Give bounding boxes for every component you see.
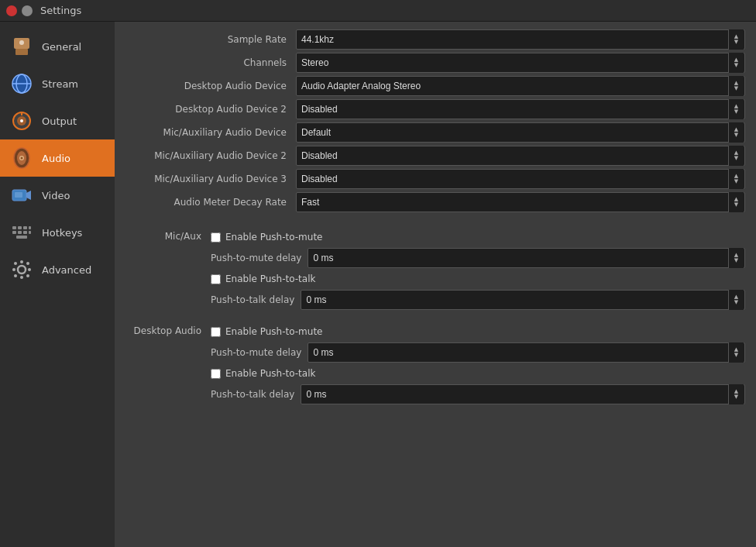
svg-point-9 — [20, 119, 23, 122]
sidebar-item-hotkeys[interactable]: Hotkeys — [0, 214, 115, 251]
mic-aux-device-control: Default — [296, 122, 745, 143]
hotkeys-icon — [9, 220, 34, 245]
mic-aux-push-to-talk-delay-label: Push-to-talk delay — [211, 294, 294, 305]
mic-aux-device2-control: Disabled — [296, 146, 745, 166]
desktop-audio-push-to-talk-checkbox[interactable] — [211, 369, 221, 379]
mic-aux-push-to-talk-row: Enable Push-to-talk — [211, 270, 745, 288]
mic-aux-device3-control: Disabled — [296, 169, 745, 189]
desktop-audio-push-to-mute-delay-spinner[interactable]: ▲ ▼ — [728, 342, 744, 363]
sidebar-label-hotkeys: Hotkeys — [42, 227, 82, 239]
channels-label: Channels — [125, 57, 296, 68]
svg-rect-24 — [29, 226, 31, 229]
sidebar-item-stream[interactable]: Stream — [0, 65, 115, 102]
sidebar-label-advanced: Advanced — [42, 264, 91, 276]
svg-point-30 — [12, 268, 15, 271]
titlebar-controls — [6, 5, 33, 16]
channels-dropdown-wrapper: Stereo — [296, 53, 745, 73]
desktop-audio-push-to-mute-delay-input[interactable] — [308, 342, 745, 363]
close-button[interactable] — [6, 5, 17, 16]
content-area: Sample Rate 44.1khz Channels Stereo — [115, 22, 756, 547]
mic-aux-device2-dropdown[interactable]: Disabled — [296, 146, 745, 166]
svg-point-33 — [26, 274, 29, 277]
mic-aux-device-dropdown[interactable]: Default — [296, 122, 745, 143]
mic-aux-push-to-talk-delay-input[interactable] — [301, 290, 745, 310]
mic-aux-push-to-mute-checkbox[interactable] — [211, 232, 221, 243]
desktop-audio-device-label: Desktop Audio Device — [125, 81, 296, 91]
svg-rect-21 — [12, 231, 16, 234]
desktop-audio-device-row: Desktop Audio Device Audio Adapter Analo… — [125, 76, 745, 96]
mic-aux-device-dropdown-wrapper: Default — [296, 122, 745, 143]
desktop-audio-push-to-mute-checkbox[interactable] — [211, 327, 221, 337]
desktop-audio-push-to-mute-delay-wrapper: ▲ ▼ — [308, 342, 745, 363]
desktop-audio-group-label: Desktop Audio — [125, 322, 211, 406]
svg-point-31 — [28, 268, 31, 271]
sidebar-label-stream: Stream — [42, 78, 78, 90]
desktop-audio-push-to-mute-text: Enable Push-to-mute — [225, 326, 323, 337]
mic-aux-device2-label: Mic/Auxiliary Audio Device 2 — [125, 150, 296, 161]
video-icon — [9, 183, 34, 208]
sidebar-item-video[interactable]: Video — [0, 177, 115, 214]
sample-rate-dropdown[interactable]: 44.1khz — [296, 29, 745, 50]
sidebar-item-audio[interactable]: Audio — [0, 139, 115, 177]
mic-aux-push-to-talk-delay-spinner[interactable]: ▲ ▼ — [728, 290, 744, 310]
minimize-button[interactable] — [22, 5, 33, 16]
svg-point-32 — [14, 262, 17, 265]
desktop-audio-push-to-talk-delay-wrapper: ▲ ▼ — [301, 384, 745, 404]
mic-aux-push-to-mute-row: Enable Push-to-mute — [211, 228, 745, 246]
desktop-audio-device2-dropdown-wrapper: Disabled — [296, 99, 745, 119]
svg-rect-20 — [23, 226, 27, 229]
svg-rect-23 — [23, 231, 27, 234]
titlebar: Settings — [0, 0, 756, 22]
mic-aux-push-to-talk-checkbox[interactable] — [211, 274, 221, 284]
desktop-audio-group-controls: Enable Push-to-mute Push-to-mute delay ▲… — [211, 322, 745, 406]
desktop-audio-device-control: Audio Adapter Analog Stereo — [296, 76, 745, 96]
desktop-audio-push-to-talk-text: Enable Push-to-talk — [225, 368, 315, 379]
sidebar-item-general[interactable]: General — [0, 28, 115, 65]
mic-aux-push-to-mute-delay-label: Push-to-mute delay — [211, 253, 301, 263]
mic-aux-push-to-talk-delay-row: Push-to-talk delay ▲ ▼ — [211, 290, 745, 310]
mic-aux-push-to-mute-delay-input[interactable] — [308, 248, 745, 268]
svg-rect-17 — [15, 192, 22, 198]
channels-control: Stereo — [296, 53, 745, 73]
desktop-audio-device2-row: Desktop Audio Device 2 Disabled — [125, 99, 745, 119]
mic-aux-push-to-talk-delay-wrapper: ▲ ▼ — [301, 290, 745, 310]
mic-aux-device3-label: Mic/Auxiliary Audio Device 3 — [125, 174, 296, 184]
desktop-audio-device-dropdown[interactable]: Audio Adapter Analog Stereo — [296, 76, 745, 96]
mic-aux-device-label: Mic/Auxiliary Audio Device — [125, 127, 296, 138]
svg-rect-22 — [18, 231, 22, 234]
desktop-audio-push-to-talk-row: Enable Push-to-talk — [211, 364, 745, 383]
channels-dropdown[interactable]: Stereo — [296, 53, 745, 73]
sidebar-label-audio: Audio — [42, 153, 70, 164]
audio-meter-decay-label: Audio Meter Decay Rate — [125, 197, 296, 208]
desktop-audio-push-to-mute-delay-label: Push-to-mute delay — [211, 347, 301, 358]
svg-point-27 — [18, 266, 26, 274]
stream-icon — [9, 71, 34, 96]
svg-point-28 — [20, 260, 23, 263]
sidebar-item-output[interactable]: Output — [0, 102, 115, 139]
desktop-audio-push-to-mute-row: Enable Push-to-mute — [211, 322, 745, 341]
mic-aux-group-controls: Enable Push-to-mute Push-to-mute delay ▲… — [211, 228, 745, 311]
desktop-audio-push-to-talk-delay-input[interactable] — [301, 384, 745, 404]
mic-aux-device3-dropdown[interactable]: Disabled — [296, 169, 745, 189]
svg-rect-1 — [15, 49, 28, 55]
titlebar-title: Settings — [40, 5, 81, 16]
mic-aux-push-to-talk-label[interactable]: Enable Push-to-talk — [211, 274, 315, 284]
svg-rect-19 — [18, 226, 22, 229]
mic-aux-push-to-mute-delay-spinner[interactable]: ▲ ▼ — [728, 248, 744, 268]
desktop-audio-push-to-talk-label[interactable]: Enable Push-to-talk — [211, 368, 315, 379]
mic-aux-device2-dropdown-wrapper: Disabled — [296, 146, 745, 166]
sample-rate-control: 44.1khz — [296, 29, 745, 50]
sidebar-label-output: Output — [42, 115, 77, 127]
sidebar-item-advanced[interactable]: Advanced — [0, 251, 115, 288]
desktop-audio-push-to-talk-delay-spinner[interactable]: ▲ ▼ — [728, 384, 744, 404]
svg-rect-26 — [16, 236, 27, 239]
audio-meter-decay-dropdown[interactable]: Fast — [296, 192, 745, 212]
desktop-audio-device2-dropdown[interactable]: Disabled — [296, 99, 745, 119]
sidebar-label-video: Video — [42, 190, 70, 201]
mic-aux-push-to-mute-label[interactable]: Enable Push-to-mute — [211, 232, 323, 243]
desktop-audio-push-to-mute-label[interactable]: Enable Push-to-mute — [211, 326, 323, 337]
desktop-audio-device-dropdown-wrapper: Audio Adapter Analog Stereo — [296, 76, 745, 96]
general-icon — [9, 34, 34, 59]
mic-aux-device2-row: Mic/Auxiliary Audio Device 2 Disabled ➜ — [125, 146, 745, 166]
svg-point-34 — [26, 262, 29, 265]
